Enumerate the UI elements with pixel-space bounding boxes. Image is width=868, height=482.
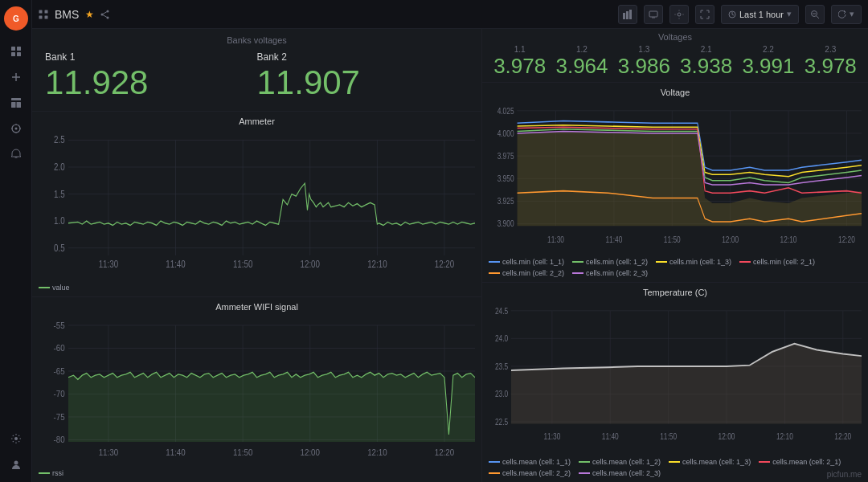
svg-text:12:00: 12:00 (301, 447, 320, 457)
voltage-cell-23: 2.3 3.978 (805, 45, 857, 79)
charts-right: Voltage (482, 83, 868, 482)
zoom-out-button[interactable] (805, 5, 825, 24)
voltage-chart-wrap: 4.025 4.000 3.975 3.950 3.925 3.900 11:3… (489, 100, 862, 277)
wifi-chart-wrap: -55 -60 -65 -70 -75 -80 11:30 11:40 11:5… (39, 315, 475, 477)
svg-text:-60: -60 (53, 343, 64, 353)
legend-rssi-label: rssi (52, 469, 63, 477)
fullscreen-button[interactable] (695, 5, 714, 24)
temp-chart-panel: Temperature (C) (482, 283, 868, 482)
svg-text:-70: -70 (53, 389, 64, 399)
voltage-svg: 4.025 4.000 3.975 3.950 3.925 3.900 11:3… (489, 100, 862, 255)
bank2-value: 11.907 (257, 64, 469, 101)
refresh-button[interactable]: ▾ (831, 5, 862, 24)
svg-rect-2 (11, 47, 15, 51)
svg-text:3.975: 3.975 (497, 151, 514, 161)
share-icon[interactable] (100, 10, 110, 19)
topbar: BMS ★ Last 1 hour ▾ ▾ (32, 0, 868, 29)
sidebar-item-home[interactable] (5, 40, 27, 63)
svg-text:2.0: 2.0 (54, 161, 65, 172)
voltage-cell-22: 2.2 3.991 (742, 45, 794, 79)
voltages-header: Voltages 1.1 3.978 1.2 3.964 1.3 3.986 (482, 29, 868, 83)
legend-value-label: value (52, 284, 70, 292)
sidebar: G (0, 0, 32, 482)
svg-text:12:10: 12:10 (776, 431, 793, 441)
watermark: picfun.me (827, 470, 862, 479)
sidebar-item-alerts[interactable] (5, 143, 27, 165)
sidebar-item-explore[interactable] (5, 117, 27, 140)
ammeter-title: Ammeter (39, 116, 475, 126)
svg-rect-4 (11, 52, 15, 56)
time-range-button[interactable]: Last 1 hour ▾ (721, 5, 799, 24)
temp-chart-inner: 24.5 24.0 23.5 23.0 22.5 11:30 11:40 11:… (489, 300, 862, 455)
title-text: BMS (55, 8, 79, 21)
svg-text:2.5: 2.5 (54, 135, 65, 145)
voltage-chart-legend: cells.min (cell: 1_1) cells.min (cell: 1… (489, 258, 862, 277)
svg-text:11:30: 11:30 (99, 447, 118, 457)
temp-chart-legend: cells.mean (cell: 1_1) cells.mean (cell:… (489, 458, 862, 477)
dashboard-settings-button[interactable] (669, 5, 689, 24)
svg-text:11:50: 11:50 (233, 259, 252, 269)
svg-text:11:40: 11:40 (166, 447, 185, 457)
svg-rect-9 (11, 102, 16, 108)
svg-rect-29 (623, 13, 625, 19)
svg-point-12 (14, 128, 17, 130)
app-logo: G (4, 6, 28, 31)
svg-point-18 (14, 437, 18, 440)
svg-text:4.025: 4.025 (497, 105, 514, 116)
right-panel: Voltages 1.1 3.978 1.2 3.964 1.3 3.986 (482, 29, 868, 482)
svg-text:11:50: 11:50 (660, 431, 677, 441)
legend-voltage-12: cells.min (cell: 1_2) (572, 258, 648, 266)
legend-voltage-11: cells.min (cell: 1_1) (489, 258, 564, 266)
legend-temp-13: cells.mean (cell: 1_3) (669, 458, 751, 466)
legend-temp-23: cells.mean (cell: 2_3) (579, 469, 661, 477)
banks-row: Bank 1 11.928 Bank 2 11.907 (45, 51, 469, 101)
wifi-svg: -55 -60 -65 -70 -75 -80 11:30 11:40 11:5… (39, 315, 475, 466)
svg-line-28 (102, 14, 108, 18)
svg-rect-31 (629, 10, 632, 19)
sidebar-item-add[interactable] (5, 66, 27, 88)
svg-text:3.950: 3.950 (497, 174, 514, 184)
svg-text:22.5: 22.5 (495, 417, 509, 427)
legend-temp-11: cells.mean (cell: 1_1) (489, 458, 571, 466)
svg-text:23.0: 23.0 (495, 389, 509, 399)
bank2: Bank 2 11.907 (257, 51, 469, 101)
svg-line-37 (817, 16, 819, 18)
svg-text:0.5: 0.5 (54, 243, 65, 253)
svg-text:1.5: 1.5 (54, 189, 65, 199)
voltage-chart-title: Voltage (489, 88, 862, 97)
svg-text:24.0: 24.0 (495, 333, 509, 344)
svg-text:11:40: 11:40 (602, 431, 619, 441)
svg-text:11:30: 11:30 (543, 431, 560, 441)
voltage-cell-11: 1.1 3.978 (493, 45, 546, 79)
voltage-cell-21: 2.1 3.938 (680, 45, 732, 79)
tv-button[interactable] (644, 5, 663, 24)
svg-text:11:30: 11:30 (547, 234, 564, 244)
star-icon[interactable]: ★ (85, 9, 94, 20)
ammeter-legend: value (39, 284, 475, 292)
dropdown-arrow: ▾ (787, 9, 792, 19)
svg-rect-23 (45, 15, 48, 18)
charts-left: Ammeter (32, 112, 481, 482)
legend-item-value: value (39, 284, 70, 292)
svg-point-19 (14, 461, 18, 465)
svg-rect-22 (39, 15, 43, 18)
svg-rect-20 (39, 10, 43, 13)
ammeter-chart-panel: Ammeter (32, 112, 481, 297)
ammeter-chart-wrap: 2.5 2.0 1.5 1.0 0.5 11:30 11:40 11:50 12… (39, 129, 475, 292)
voltage-chart-panel: Voltage (482, 83, 868, 283)
svg-text:G: G (13, 14, 19, 23)
wifi-legend: rssi (39, 469, 475, 477)
svg-text:11:30: 11:30 (99, 259, 118, 269)
svg-text:1.0: 1.0 (54, 215, 65, 226)
ammeter-chart-inner: 2.5 2.0 1.5 1.0 0.5 11:30 11:40 11:50 12… (39, 129, 475, 280)
sidebar-item-dashboards[interactable] (5, 92, 27, 114)
sidebar-item-settings[interactable] (5, 427, 27, 450)
svg-text:11:50: 11:50 (233, 447, 252, 457)
left-panel: Banks voltages Bank 1 11.928 Bank 2 11.9… (32, 29, 482, 482)
bank1-label: Bank 1 (45, 51, 257, 63)
svg-text:-75: -75 (53, 411, 64, 422)
sidebar-item-user[interactable] (5, 453, 27, 476)
bank1-value: 11.928 (45, 64, 257, 101)
chart-type-button[interactable] (618, 5, 637, 24)
svg-text:12:20: 12:20 (834, 431, 851, 441)
